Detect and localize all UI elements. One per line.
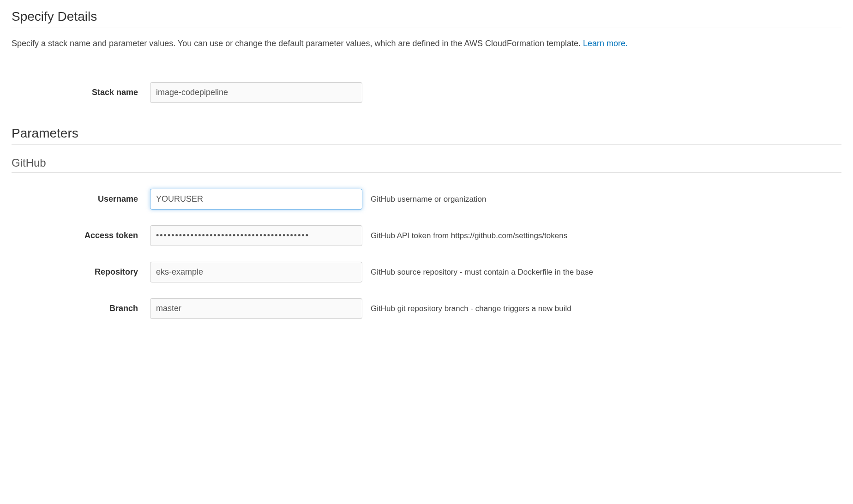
branch-help: GitHub git repository branch - change tr…: [371, 304, 841, 313]
repository-help: GitHub source repository - must contain …: [371, 268, 841, 277]
section-divider: [12, 28, 841, 28]
branch-row: Branch GitHub git repository branch - ch…: [12, 298, 841, 319]
github-divider: [12, 172, 841, 173]
stack-name-input[interactable]: [150, 82, 362, 103]
specify-details-title: Specify Details: [12, 9, 841, 24]
access-token-row: Access token GitHub API token from https…: [12, 225, 841, 246]
username-help: GitHub username or organization: [371, 195, 841, 204]
parameters-divider: [12, 144, 841, 145]
stack-name-label: Stack name: [12, 88, 150, 97]
github-subsection-title: GitHub: [12, 156, 841, 169]
username-row: Username GitHub username or organization: [12, 189, 841, 210]
access-token-input[interactable]: [150, 225, 362, 246]
branch-label: Branch: [12, 304, 150, 313]
username-label: Username: [12, 194, 150, 204]
access-token-help: GitHub API token from https://github.com…: [371, 231, 841, 240]
branch-input[interactable]: [150, 298, 362, 319]
parameters-title: Parameters: [12, 126, 841, 141]
stack-name-row: Stack name: [12, 82, 841, 103]
description-text: Specify a stack name and parameter value…: [12, 37, 841, 50]
repository-label: Repository: [12, 267, 150, 277]
learn-more-link[interactable]: Learn more.: [583, 39, 628, 48]
repository-row: Repository GitHub source repository - mu…: [12, 262, 841, 282]
username-input[interactable]: [150, 189, 362, 210]
description-body: Specify a stack name and parameter value…: [12, 39, 583, 48]
repository-input[interactable]: [150, 262, 362, 282]
access-token-label: Access token: [12, 231, 150, 240]
